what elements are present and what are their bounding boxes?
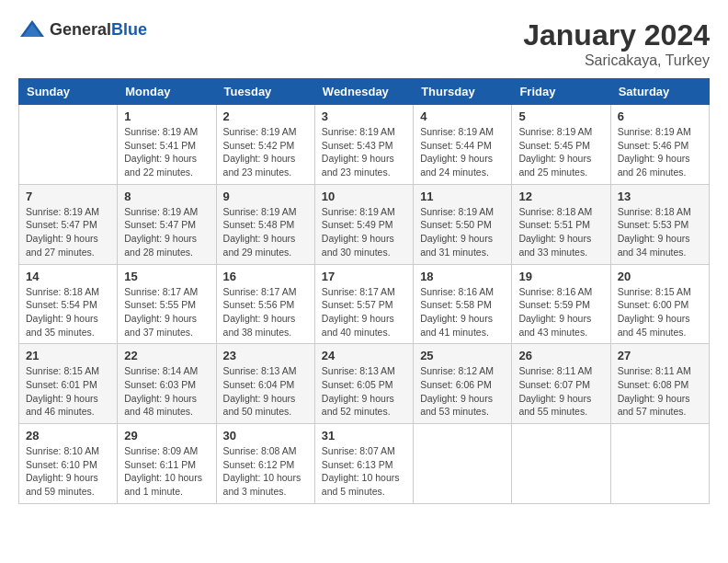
calendar-cell: 31Sunrise: 8:07 AMSunset: 6:13 PMDayligh… bbox=[314, 424, 413, 504]
calendar-cell: 20Sunrise: 8:15 AMSunset: 6:00 PMDayligh… bbox=[610, 264, 709, 344]
col-header-sunday: Sunday bbox=[19, 79, 118, 105]
calendar-cell bbox=[512, 424, 610, 504]
day-number: 16 bbox=[223, 270, 308, 283]
col-header-saturday: Saturday bbox=[610, 79, 709, 105]
day-detail: Sunrise: 8:17 AMSunset: 5:57 PMDaylight:… bbox=[322, 285, 406, 339]
col-header-monday: Monday bbox=[118, 79, 216, 105]
day-number: 17 bbox=[322, 270, 406, 283]
calendar-cell: 7Sunrise: 8:19 AMSunset: 5:47 PMDaylight… bbox=[19, 184, 118, 264]
calendar-cell: 5Sunrise: 8:19 AMSunset: 5:45 PMDaylight… bbox=[512, 105, 610, 185]
calendar-cell: 4Sunrise: 8:19 AMSunset: 5:44 PMDaylight… bbox=[414, 105, 512, 185]
day-number: 9 bbox=[223, 190, 308, 203]
calendar-table: SundayMondayTuesdayWednesdayThursdayFrid… bbox=[18, 78, 710, 504]
day-number: 26 bbox=[518, 349, 603, 362]
day-detail: Sunrise: 8:19 AMSunset: 5:46 PMDaylight:… bbox=[618, 125, 702, 179]
day-detail: Sunrise: 8:18 AMSunset: 5:51 PMDaylight:… bbox=[518, 205, 603, 259]
calendar-cell: 8Sunrise: 8:19 AMSunset: 5:47 PMDaylight… bbox=[118, 184, 216, 264]
calendar-cell: 16Sunrise: 8:17 AMSunset: 5:56 PMDayligh… bbox=[216, 264, 314, 344]
day-detail: Sunrise: 8:15 AMSunset: 6:01 PMDaylight:… bbox=[26, 364, 110, 419]
calendar-week-row: 21Sunrise: 8:15 AMSunset: 6:01 PMDayligh… bbox=[19, 344, 710, 424]
day-number: 6 bbox=[618, 109, 702, 123]
day-detail: Sunrise: 8:19 AMSunset: 5:47 PMDaylight:… bbox=[124, 205, 209, 259]
calendar-cell: 23Sunrise: 8:13 AMSunset: 6:04 PMDayligh… bbox=[216, 344, 314, 424]
calendar-cell: 30Sunrise: 8:08 AMSunset: 6:12 PMDayligh… bbox=[216, 424, 314, 504]
day-detail: Sunrise: 8:17 AMSunset: 5:56 PMDaylight:… bbox=[223, 285, 308, 339]
day-detail: Sunrise: 8:13 AMSunset: 6:04 PMDaylight:… bbox=[223, 364, 308, 419]
day-number: 11 bbox=[420, 190, 505, 203]
day-detail: Sunrise: 8:10 AMSunset: 6:10 PMDaylight:… bbox=[26, 444, 110, 499]
day-number: 21 bbox=[26, 349, 110, 362]
calendar-cell: 12Sunrise: 8:18 AMSunset: 5:51 PMDayligh… bbox=[512, 184, 610, 264]
day-detail: Sunrise: 8:19 AMSunset: 5:48 PMDaylight:… bbox=[223, 205, 308, 259]
day-detail: Sunrise: 8:15 AMSunset: 6:00 PMDaylight:… bbox=[618, 285, 702, 339]
calendar-week-row: 28Sunrise: 8:10 AMSunset: 6:10 PMDayligh… bbox=[19, 424, 710, 504]
calendar-cell: 25Sunrise: 8:12 AMSunset: 6:06 PMDayligh… bbox=[414, 344, 512, 424]
day-detail: Sunrise: 8:19 AMSunset: 5:42 PMDaylight:… bbox=[223, 125, 308, 179]
calendar-cell: 17Sunrise: 8:17 AMSunset: 5:57 PMDayligh… bbox=[314, 264, 413, 344]
day-number: 29 bbox=[124, 429, 209, 442]
calendar-cell: 28Sunrise: 8:10 AMSunset: 6:10 PMDayligh… bbox=[19, 424, 118, 504]
day-number: 19 bbox=[518, 270, 603, 283]
day-detail: Sunrise: 8:17 AMSunset: 5:55 PMDaylight:… bbox=[124, 285, 209, 339]
day-detail: Sunrise: 8:07 AMSunset: 6:13 PMDaylight:… bbox=[322, 444, 406, 499]
calendar-cell: 26Sunrise: 8:11 AMSunset: 6:07 PMDayligh… bbox=[512, 344, 610, 424]
day-number: 27 bbox=[618, 349, 702, 362]
col-header-tuesday: Tuesday bbox=[216, 79, 314, 105]
day-detail: Sunrise: 8:19 AMSunset: 5:43 PMDaylight:… bbox=[322, 125, 406, 179]
logo-blue-text: Blue bbox=[111, 20, 147, 39]
day-number: 8 bbox=[124, 190, 209, 203]
day-detail: Sunrise: 8:19 AMSunset: 5:49 PMDaylight:… bbox=[322, 205, 406, 259]
day-number: 15 bbox=[124, 270, 209, 283]
calendar-cell: 24Sunrise: 8:13 AMSunset: 6:05 PMDayligh… bbox=[314, 344, 413, 424]
location-title: Saricakaya, Turkey bbox=[523, 52, 710, 69]
page-header: GeneralBlue January 2024 Saricakaya, Tur… bbox=[18, 18, 710, 69]
calendar-cell: 3Sunrise: 8:19 AMSunset: 5:43 PMDaylight… bbox=[314, 105, 413, 185]
day-detail: Sunrise: 8:19 AMSunset: 5:41 PMDaylight:… bbox=[124, 125, 209, 179]
day-detail: Sunrise: 8:19 AMSunset: 5:45 PMDaylight:… bbox=[518, 125, 603, 179]
calendar-cell bbox=[19, 105, 118, 185]
day-number: 28 bbox=[26, 429, 110, 442]
calendar-week-row: 1Sunrise: 8:19 AMSunset: 5:41 PMDaylight… bbox=[19, 105, 710, 185]
calendar-cell: 21Sunrise: 8:15 AMSunset: 6:01 PMDayligh… bbox=[19, 344, 118, 424]
logo-general-text: General bbox=[50, 20, 111, 39]
day-detail: Sunrise: 8:11 AMSunset: 6:07 PMDaylight:… bbox=[518, 364, 603, 419]
day-detail: Sunrise: 8:19 AMSunset: 5:44 PMDaylight:… bbox=[420, 125, 505, 179]
calendar-cell: 11Sunrise: 8:19 AMSunset: 5:50 PMDayligh… bbox=[414, 184, 512, 264]
day-detail: Sunrise: 8:12 AMSunset: 6:06 PMDaylight:… bbox=[420, 364, 505, 419]
month-title: January 2024 bbox=[523, 18, 710, 52]
calendar-cell: 13Sunrise: 8:18 AMSunset: 5:53 PMDayligh… bbox=[610, 184, 709, 264]
day-number: 1 bbox=[124, 109, 209, 123]
calendar-cell: 1Sunrise: 8:19 AMSunset: 5:41 PMDaylight… bbox=[118, 105, 216, 185]
day-number: 23 bbox=[223, 349, 308, 362]
calendar-cell: 9Sunrise: 8:19 AMSunset: 5:48 PMDaylight… bbox=[216, 184, 314, 264]
day-detail: Sunrise: 8:11 AMSunset: 6:08 PMDaylight:… bbox=[618, 364, 702, 419]
day-detail: Sunrise: 8:18 AMSunset: 5:54 PMDaylight:… bbox=[26, 285, 110, 339]
day-detail: Sunrise: 8:16 AMSunset: 5:59 PMDaylight:… bbox=[518, 285, 603, 339]
day-number: 10 bbox=[322, 190, 406, 203]
calendar-cell: 29Sunrise: 8:09 AMSunset: 6:11 PMDayligh… bbox=[118, 424, 216, 504]
day-number: 5 bbox=[518, 109, 603, 123]
calendar-cell bbox=[610, 424, 709, 504]
day-number: 14 bbox=[26, 270, 110, 283]
day-detail: Sunrise: 8:19 AMSunset: 5:47 PMDaylight:… bbox=[26, 205, 110, 259]
day-number: 2 bbox=[223, 109, 308, 123]
logo: GeneralBlue bbox=[18, 18, 147, 40]
day-detail: Sunrise: 8:09 AMSunset: 6:11 PMDaylight:… bbox=[124, 444, 209, 499]
col-header-thursday: Thursday bbox=[414, 79, 512, 105]
calendar-cell: 2Sunrise: 8:19 AMSunset: 5:42 PMDaylight… bbox=[216, 105, 314, 185]
day-detail: Sunrise: 8:13 AMSunset: 6:05 PMDaylight:… bbox=[322, 364, 406, 419]
day-number: 3 bbox=[322, 109, 406, 123]
day-number: 18 bbox=[420, 270, 505, 283]
calendar-week-row: 7Sunrise: 8:19 AMSunset: 5:47 PMDaylight… bbox=[19, 184, 710, 264]
day-detail: Sunrise: 8:18 AMSunset: 5:53 PMDaylight:… bbox=[618, 205, 702, 259]
day-number: 12 bbox=[518, 190, 603, 203]
logo-icon bbox=[18, 18, 46, 40]
day-number: 31 bbox=[322, 429, 406, 442]
day-number: 25 bbox=[420, 349, 505, 362]
day-detail: Sunrise: 8:14 AMSunset: 6:03 PMDaylight:… bbox=[124, 364, 209, 419]
day-number: 30 bbox=[223, 429, 308, 442]
calendar-cell: 15Sunrise: 8:17 AMSunset: 5:55 PMDayligh… bbox=[118, 264, 216, 344]
calendar-cell: 10Sunrise: 8:19 AMSunset: 5:49 PMDayligh… bbox=[314, 184, 413, 264]
calendar-header-row: SundayMondayTuesdayWednesdayThursdayFrid… bbox=[19, 79, 710, 105]
day-number: 22 bbox=[124, 349, 209, 362]
